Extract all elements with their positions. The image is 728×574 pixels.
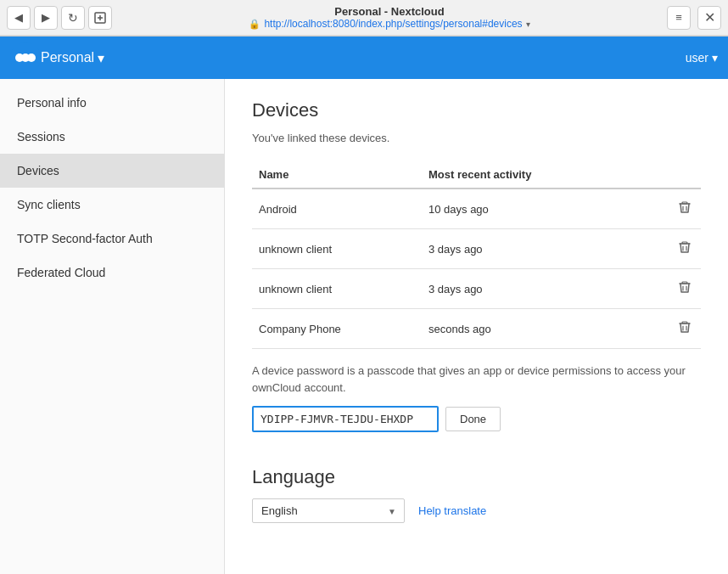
device-activity-cell: 3 days ago [422, 269, 667, 309]
table-row: Company Phone seconds ago [252, 309, 701, 349]
trash-icon [677, 239, 692, 255]
forward-button[interactable]: ▶ [34, 6, 58, 30]
devices-section: Devices You've linked these devices. Nam… [252, 99, 701, 432]
password-row: Done [252, 406, 701, 432]
user-menu-button[interactable]: user ▾ [686, 51, 718, 65]
password-hint: A device password is a passcode that giv… [252, 363, 701, 396]
language-section: Language EnglishDeutschFrançaisEspañolIt… [252, 466, 701, 523]
svg-rect-13 [682, 282, 687, 284]
device-password-input[interactable] [252, 406, 439, 432]
device-name-cell: Company Phone [252, 309, 422, 349]
reload-button[interactable]: ↻ [61, 6, 85, 30]
trash-icon [677, 279, 692, 295]
col-header-action [667, 161, 701, 189]
device-action-cell [667, 189, 701, 229]
devices-subtitle: You've linked these devices. [252, 132, 701, 144]
col-header-activity: Most recent activity [422, 161, 667, 189]
browser-menu-button[interactable]: ≡ [667, 6, 691, 30]
svg-rect-16 [682, 322, 687, 324]
browser-toolbar: ◀ ▶ ↻ Personal - Nextcloud 🔒 http://loca… [0, 0, 728, 36]
devices-title: Devices [252, 99, 701, 121]
add-tab-button[interactable] [88, 6, 112, 30]
device-activity-cell: seconds ago [422, 309, 667, 349]
help-translate-link[interactable]: Help translate [418, 504, 486, 517]
language-select[interactable]: EnglishDeutschFrançaisEspañolItaliano [252, 498, 405, 523]
table-row: unknown client 3 days ago [252, 229, 701, 269]
app-name-button[interactable]: Personal ▾ [41, 50, 104, 66]
svg-rect-7 [682, 202, 687, 204]
add-tab-icon [94, 12, 106, 24]
page-icon: 🔒 [249, 19, 260, 30]
svg-rect-10 [682, 242, 687, 244]
sidebar-item-totp[interactable]: TOTP Second-factor Auth [0, 222, 224, 256]
done-button[interactable]: Done [445, 407, 501, 431]
app-body: Personal info Sessions Devices Sync clie… [0, 79, 728, 574]
table-row: unknown client 3 days ago [252, 269, 701, 309]
sidebar-label-totp: TOTP Second-factor Auth [17, 232, 153, 245]
sidebar: Personal info Sessions Devices Sync clie… [0, 79, 225, 574]
language-title: Language [252, 466, 701, 488]
language-select-wrap: EnglishDeutschFrançaisEspañolItaliano He… [252, 498, 701, 523]
device-activity-cell: 10 days ago [422, 189, 667, 229]
app-name-label: Personal [41, 50, 94, 65]
app-name-arrow: ▾ [98, 50, 104, 66]
main-content: Devices You've linked these devices. Nam… [225, 79, 728, 574]
sidebar-item-federated-cloud[interactable]: Federated Cloud [0, 256, 224, 290]
device-name-cell: unknown client [252, 269, 422, 309]
svg-point-6 [27, 53, 36, 62]
trash-icon [677, 200, 692, 215]
url-bar: 🔒 http://localhost:8080/index.php/settin… [115, 18, 664, 30]
device-activity-cell: 3 days ago [422, 229, 667, 269]
col-header-name: Name [252, 161, 422, 189]
nextcloud-logo [10, 42, 41, 73]
back-button[interactable]: ◀ [7, 6, 31, 30]
delete-device-button[interactable] [675, 198, 694, 220]
sidebar-item-devices[interactable]: Devices [0, 154, 224, 188]
delete-device-button[interactable] [675, 318, 694, 340]
url-dropdown-icon: ▾ [526, 20, 530, 29]
sidebar-label-federated-cloud: Federated Cloud [17, 266, 105, 279]
close-button[interactable]: ✕ [697, 6, 721, 30]
sidebar-item-personal-info[interactable]: Personal info [0, 86, 224, 120]
url-text: http://localhost:8080/index.php/settings… [264, 18, 522, 30]
sidebar-label-devices: Devices [17, 164, 59, 177]
sidebar-item-sync-clients[interactable]: Sync clients [0, 188, 224, 222]
user-arrow: ▾ [712, 51, 718, 65]
device-name-cell: Android [252, 189, 422, 229]
user-label: user [686, 51, 708, 65]
device-action-cell [667, 269, 701, 309]
device-action-cell [667, 309, 701, 349]
device-name-cell: unknown client [252, 229, 422, 269]
sidebar-item-sessions[interactable]: Sessions [0, 120, 224, 154]
delete-device-button[interactable] [675, 278, 694, 300]
page-title: Personal - Nextcloud [115, 5, 664, 18]
sidebar-label-sync-clients: Sync clients [17, 198, 81, 211]
language-select-wrapper: EnglishDeutschFrançaisEspañolItaliano [252, 498, 405, 523]
browser-chrome: ◀ ▶ ↻ Personal - Nextcloud 🔒 http://loca… [0, 0, 728, 37]
logo [10, 42, 41, 73]
table-row: Android 10 days ago [252, 189, 701, 229]
sidebar-label-sessions: Sessions [17, 130, 65, 144]
delete-device-button[interactable] [675, 238, 694, 260]
devices-table: Name Most recent activity Android 10 day… [252, 161, 701, 349]
title-bar: Personal - Nextcloud 🔒 http://localhost:… [115, 5, 664, 30]
sidebar-label-personal-info: Personal info [17, 96, 87, 110]
device-action-cell [667, 229, 701, 269]
app-header: Personal ▾ user ▾ [0, 37, 728, 79]
trash-icon [677, 319, 692, 335]
